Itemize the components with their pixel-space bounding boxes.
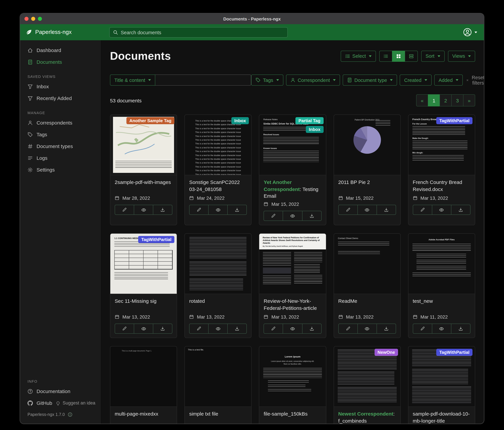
tag-chip[interactable]: Inbox (306, 126, 324, 133)
sidebar-item-correspondents[interactable]: Correspondents (20, 117, 101, 129)
edit-button[interactable] (338, 205, 358, 215)
pagination-page-1[interactable]: 1 (428, 94, 440, 106)
view-button[interactable] (357, 324, 377, 334)
document-title[interactable]: multi-page-mixedxx (115, 411, 172, 424)
view-button[interactable] (134, 205, 153, 215)
edit-button[interactable] (115, 324, 134, 334)
download-button[interactable] (153, 205, 172, 215)
document-thumbnail[interactable]: This is a test file. (185, 346, 251, 407)
info-circle-icon[interactable] (68, 412, 72, 417)
document-thumbnail[interactable]: NewOne (334, 346, 400, 407)
document-title[interactable]: 2sample-pdf-with-images (115, 179, 172, 194)
added-filter-button[interactable]: Added (434, 75, 463, 86)
document-thumbnail[interactable] (185, 234, 251, 294)
document-title[interactable]: French Country Bread Revised.docx (413, 179, 470, 194)
document-type-filter-button[interactable]: Document type (342, 75, 397, 86)
download-button[interactable] (376, 324, 396, 334)
document-thumbnail[interactable]: Review of New York Federal Petitions for… (259, 234, 326, 294)
correspondent-filter-button[interactable]: Correspondent (286, 75, 340, 86)
select-button[interactable]: Select (341, 50, 376, 62)
edit-button[interactable] (413, 324, 432, 334)
tag-chip[interactable]: TagWithPartial (138, 236, 175, 243)
document-thumbnail[interactable]: 1.1 CONTINUING MEDICAL EDUCA TagWithPart… (110, 234, 177, 294)
download-button[interactable] (153, 324, 172, 334)
edit-button[interactable] (264, 324, 283, 334)
edit-button[interactable] (413, 205, 432, 215)
sidebar-item-documents[interactable]: Documents (20, 56, 101, 68)
document-title[interactable]: 2011 BP Pie 2 (338, 179, 396, 194)
user-menu[interactable] (463, 28, 477, 37)
document-title[interactable]: Newest Correspondent: f_combineds (338, 411, 396, 424)
title-content-input[interactable] (155, 75, 251, 86)
document-thumbnail[interactable]: French Country Bread For the Lesson Make… (408, 115, 475, 175)
pagination-next[interactable]: » (463, 94, 475, 106)
document-thumbnail[interactable]: Patient BP Distribution 2011 (334, 115, 400, 175)
search-input[interactable] (121, 30, 284, 35)
download-button[interactable] (302, 211, 321, 221)
edit-button[interactable] (189, 324, 208, 334)
global-search[interactable] (109, 27, 288, 37)
sidebar-item-suggest-idea[interactable]: Suggest an idea (53, 397, 98, 409)
pagination-prev[interactable]: « (416, 94, 428, 106)
view-button[interactable] (283, 211, 302, 221)
close-window-button[interactable] (25, 17, 28, 21)
document-thumbnail[interactable]: Lorem ipsum Lorem ipsum dolor sit amet, … (259, 346, 326, 407)
download-button[interactable] (227, 324, 247, 334)
zoom-window-button[interactable] (38, 17, 42, 21)
tag-chip[interactable]: Another Sample Tag (126, 117, 174, 124)
detail-view-button[interactable] (405, 50, 418, 62)
view-button[interactable] (357, 205, 377, 215)
document-thumbnail[interactable]: Contact Sheet Demo (334, 234, 400, 294)
document-thumbnail[interactable]: Another Sample Tag (110, 115, 177, 175)
document-title[interactable]: simple txt file (189, 411, 247, 424)
pagination-page-3[interactable]: 3 (451, 94, 463, 106)
tag-chip[interactable]: TagWithPartial (436, 349, 472, 356)
sidebar-item-documentation[interactable]: Documentation (20, 385, 101, 397)
view-button[interactable] (432, 324, 451, 334)
sidebar-item-dashboard[interactable]: Dashboard (20, 44, 101, 56)
document-title[interactable]: Sec 11-Missing sig (115, 298, 172, 312)
sidebar-item-tags[interactable]: Tags (20, 129, 101, 140)
document-thumbnail[interactable]: This is a test for the double space char… (185, 115, 251, 175)
sidebar-item-inbox[interactable]: Inbox (20, 81, 101, 92)
document-title[interactable]: Yet Another Correspondent: Testing Email (264, 179, 321, 200)
view-button[interactable] (208, 205, 228, 215)
edit-button[interactable] (189, 205, 208, 215)
tag-chip[interactable]: TagWithPartial (436, 117, 472, 124)
document-title[interactable]: ReadMe (338, 298, 396, 312)
view-button[interactable] (283, 324, 302, 334)
tag-chip[interactable]: NewOne (375, 349, 398, 356)
list-view-button[interactable] (379, 50, 392, 62)
edit-button[interactable] (338, 324, 358, 334)
sidebar-item-settings[interactable]: Settings (20, 164, 101, 176)
reset-filters-button[interactable]: Reset filters (465, 75, 484, 85)
document-thumbnail[interactable]: Adobe Acrobat PDF Files (408, 234, 475, 294)
sidebar-item-github[interactable]: GitHub (20, 397, 53, 409)
download-button[interactable] (227, 205, 247, 215)
document-title[interactable]: Review-of-New-York-Federal-Petitions-art… (264, 298, 321, 312)
document-thumbnail[interactable]: TagWithPartial (408, 346, 475, 407)
document-thumbnail[interactable]: This is a multi page document. Page 1. (110, 346, 177, 407)
minimize-window-button[interactable] (31, 17, 35, 21)
sidebar-item-recently-added[interactable]: Recently Added (20, 92, 101, 104)
view-button[interactable] (134, 324, 153, 334)
tag-chip[interactable]: Partial Tag (296, 117, 324, 124)
view-button[interactable] (432, 205, 451, 215)
correspondent-link[interactable]: Yet Another Correspondent (264, 179, 300, 192)
view-button[interactable] (208, 324, 228, 334)
sidebar-item-document-types[interactable]: Document types (20, 140, 101, 152)
document-title[interactable]: Sonstige ScanPC2022 03-24_081058 (189, 179, 247, 194)
tags-filter-button[interactable]: Tags (251, 75, 283, 86)
document-title[interactable]: test_new (413, 298, 470, 312)
brand[interactable]: Paperless-ngx (26, 29, 72, 36)
download-button[interactable] (451, 324, 470, 334)
document-thumbnail[interactable]: Release Notes Simba ODBC Driver for SQL … (259, 115, 326, 175)
sidebar-item-logs[interactable]: Logs (20, 152, 101, 164)
document-title[interactable]: file-sample_150kBs (264, 411, 321, 424)
title-content-dropdown[interactable]: Title & content (110, 75, 155, 86)
tag-chip[interactable]: Inbox (231, 117, 249, 124)
download-button[interactable] (302, 324, 321, 334)
created-filter-button[interactable]: Created (400, 75, 432, 86)
sort-button[interactable]: Sort (421, 50, 444, 62)
correspondent-link[interactable]: Newest Correspondent (338, 411, 393, 417)
